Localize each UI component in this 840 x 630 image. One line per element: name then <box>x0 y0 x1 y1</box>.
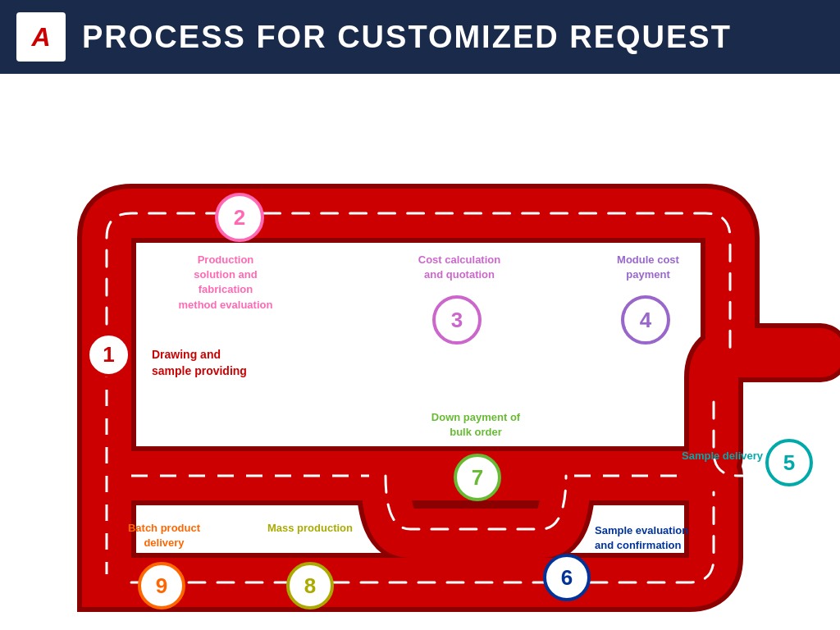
step-2-label: Productionsolution andfabricationmethod … <box>160 253 291 313</box>
header: A PROCESS FOR CUSTOMIZED REQUEST <box>0 0 840 74</box>
step-9: 9 <box>138 562 185 609</box>
step-2: 2 <box>215 193 264 242</box>
step-6-label: Sample evaluationand confirmation <box>595 523 726 553</box>
step-5: 5 <box>765 439 813 486</box>
step-8-label: Mass production <box>244 521 376 536</box>
step-4-label: Module costpayment <box>599 253 697 282</box>
step-5-label: Sample delivery <box>681 449 763 463</box>
step-1: 1 <box>86 332 131 377</box>
step-4: 4 <box>621 295 670 345</box>
step-7-label: Down payment ofbulk order <box>414 410 537 440</box>
step-9-label: Batch productdelivery <box>107 521 221 550</box>
step-1-label: Drawing andsample providing <box>152 347 247 379</box>
step-3: 3 <box>432 295 482 345</box>
process-diagram: 1 Drawing andsample providing 2 Producti… <box>0 74 840 630</box>
step-8: 8 <box>286 562 334 609</box>
step-6: 6 <box>543 554 591 601</box>
step-3-label: Cost calculationand quotation <box>402 253 517 282</box>
logo-box: A <box>16 12 66 62</box>
page-title: PROCESS FOR CUSTOMIZED REQUEST <box>82 20 732 55</box>
step-7: 7 <box>454 454 501 501</box>
logo-icon: A <box>31 22 50 52</box>
